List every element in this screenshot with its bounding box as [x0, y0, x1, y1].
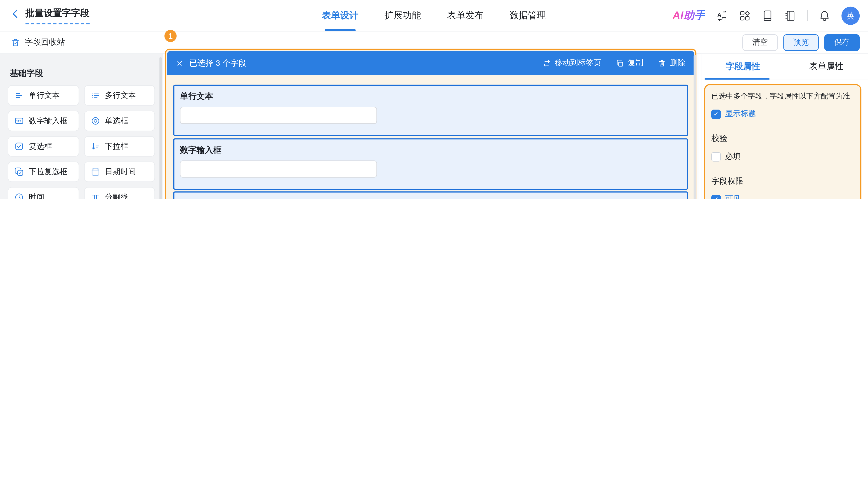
- sidebar-field-item[interactable]: 单选框: [84, 111, 155, 131]
- sidebar-field-item[interactable]: 123 数字输入框: [8, 111, 79, 131]
- selection-action-label: 移动到标签页: [555, 58, 601, 68]
- book-icon[interactable]: [762, 10, 773, 21]
- selected-fields-region: 已选择 3 个字段 移动到标签页 复制 删除 单行文本 数字输入框: [165, 49, 696, 199]
- clear-button[interactable]: 清空: [742, 34, 778, 51]
- ai-assistant-logo[interactable]: AI助手: [673, 8, 705, 23]
- sidebar-field-item[interactable]: 下拉框: [84, 136, 155, 157]
- selected-field-card[interactable]: 单行文本: [174, 85, 688, 136]
- header-right: AI助手 A中 英: [673, 6, 868, 25]
- datetime-icon: [90, 167, 100, 177]
- show-title-label: 显示标题: [725, 109, 756, 119]
- selection-actions: 移动到标签页 复制 删除: [542, 58, 685, 68]
- divider-line-icon: [90, 193, 100, 199]
- main-nav-tabs: 表单设计扩展功能表单发布数据管理: [322, 0, 546, 31]
- dropdown-icon: [90, 142, 100, 151]
- dropdown-multi-icon: [14, 167, 24, 177]
- selection-action-button[interactable]: 复制: [616, 58, 643, 68]
- permission-section-title: 字段权限: [711, 176, 854, 187]
- field-input[interactable]: [180, 107, 377, 124]
- svg-text:123: 123: [16, 120, 21, 123]
- sidebar-field-item[interactable]: 下拉复选框: [8, 162, 79, 182]
- canvas-vertical-scrollbar[interactable]: [694, 55, 696, 199]
- field-label: 数字输入框: [180, 144, 682, 155]
- top-header: 批量设置字字段 表单设计扩展功能表单发布数据管理 AI助手 A中 英: [0, 0, 868, 32]
- required-label: 必填: [725, 152, 741, 162]
- selection-action-label: 删除: [670, 58, 685, 68]
- close-icon[interactable]: [176, 59, 183, 67]
- svg-text:A: A: [717, 11, 721, 18]
- sidebar-field-label: 下拉复选框: [29, 167, 67, 177]
- multi-line-text-icon: [90, 91, 100, 100]
- form-designer-app: 批量设置字字段 表单设计扩展功能表单发布数据管理 AI助手 A中 英 字段回收站…: [0, 0, 868, 199]
- nav-tab[interactable]: 数据管理: [509, 0, 546, 31]
- basic-fields-grid: 单行文本 多行文本 123 数字输入框 单选框 复选框 下拉框: [8, 85, 155, 199]
- selection-action-button[interactable]: 移动到标签页: [542, 58, 601, 68]
- section-title-basic: 基础字段: [10, 68, 155, 78]
- save-button[interactable]: 保存: [825, 34, 860, 51]
- preview-button[interactable]: 预览: [783, 34, 819, 51]
- field-label: 单行文本: [180, 91, 682, 102]
- selected-field-card[interactable]: 日期时间: [174, 191, 688, 199]
- sidebar-field-item[interactable]: 日期时间: [84, 162, 155, 182]
- field-label: 日期时间: [180, 198, 682, 199]
- sidebar-field-label: 单选框: [105, 116, 128, 126]
- panel-tab[interactable]: 字段属性: [702, 54, 785, 80]
- field-library-sidebar: 基础字段 单行文本 多行文本 123 数字输入框 单选框 复选框: [0, 54, 163, 199]
- visible-label: 可见: [725, 194, 741, 199]
- sidebar-field-item[interactable]: 多行文本: [84, 85, 155, 106]
- required-checkbox[interactable]: [711, 152, 721, 161]
- field-properties-region: 已选中多个字段，字段属性以下方配置为准 显示标题 校验 必填 字段权限 可见 可…: [704, 84, 862, 199]
- nav-tab[interactable]: 表单发布: [447, 0, 484, 31]
- visible-row: 可见: [711, 194, 854, 199]
- sidebar-field-item[interactable]: 分割线: [84, 187, 155, 199]
- time-icon: [14, 193, 24, 199]
- divider: [807, 10, 808, 21]
- trash-icon: [657, 59, 666, 67]
- selected-field-card[interactable]: 数字输入框: [174, 138, 688, 190]
- sidebar-field-label: 单行文本: [29, 90, 60, 100]
- sidebar-field-label: 日期时间: [105, 167, 136, 177]
- recycle-bin-icon: [11, 37, 21, 47]
- notebook-icon[interactable]: [784, 10, 796, 21]
- translate-icon[interactable]: A中: [716, 10, 728, 21]
- sidebar-field-item[interactable]: 单行文本: [8, 85, 79, 106]
- avatar[interactable]: 英: [841, 6, 860, 25]
- panel-tab[interactable]: 表单属性: [784, 54, 868, 80]
- show-title-checkbox[interactable]: [711, 109, 721, 119]
- properties-panel-tabs: 字段属性表单属性: [702, 54, 868, 80]
- sidebar-field-label: 下拉框: [105, 141, 128, 151]
- sidebar-field-label: 复选框: [29, 141, 52, 151]
- visible-checkbox[interactable]: [711, 195, 721, 199]
- sidebar-field-label: 分割线: [105, 192, 128, 199]
- number-input-icon: 123: [14, 116, 24, 126]
- svg-text:中: 中: [722, 16, 727, 21]
- page-title: 批量设置字字段: [26, 7, 90, 24]
- bell-icon[interactable]: [819, 10, 830, 21]
- sidebar-field-item[interactable]: 时间: [8, 187, 79, 199]
- sidebar-scrollbar[interactable]: [159, 57, 162, 199]
- recycle-bin-button[interactable]: 字段回收站: [11, 37, 65, 48]
- checkbox-icon: [14, 142, 24, 151]
- selection-action-button[interactable]: 删除: [657, 58, 685, 68]
- back-button[interactable]: 批量设置字字段: [10, 7, 89, 24]
- sidebar-field-label: 多行文本: [105, 90, 136, 100]
- sidebar-field-item[interactable]: 复选框: [8, 136, 79, 157]
- multi-select-notice: 已选中多个字段，字段属性以下方配置为准: [711, 91, 854, 101]
- swap-horizontal-icon: [542, 59, 551, 67]
- required-row: 必填: [711, 152, 854, 162]
- sidebar-field-label: 数字输入框: [29, 116, 67, 126]
- selected-field-cards: 单行文本 数字输入框 日期时间: [166, 75, 695, 199]
- copy-icon: [616, 59, 624, 67]
- validation-section-title: 校验: [711, 133, 854, 144]
- nav-tab[interactable]: 表单设计: [322, 0, 359, 31]
- single-line-text-icon: [14, 91, 24, 100]
- annotation-badge-1: 1: [164, 30, 177, 42]
- header-actions: 清空 预览 保存: [742, 34, 860, 51]
- nav-tab[interactable]: 扩展功能: [384, 0, 421, 31]
- selection-count-text: 已选择 3 个字段: [189, 58, 247, 68]
- sidebar-field-label: 时间: [29, 192, 44, 199]
- field-input[interactable]: [180, 160, 377, 177]
- apps-grid-icon[interactable]: [739, 10, 750, 21]
- selection-action-label: 复制: [628, 58, 643, 68]
- radio-icon: [90, 116, 100, 126]
